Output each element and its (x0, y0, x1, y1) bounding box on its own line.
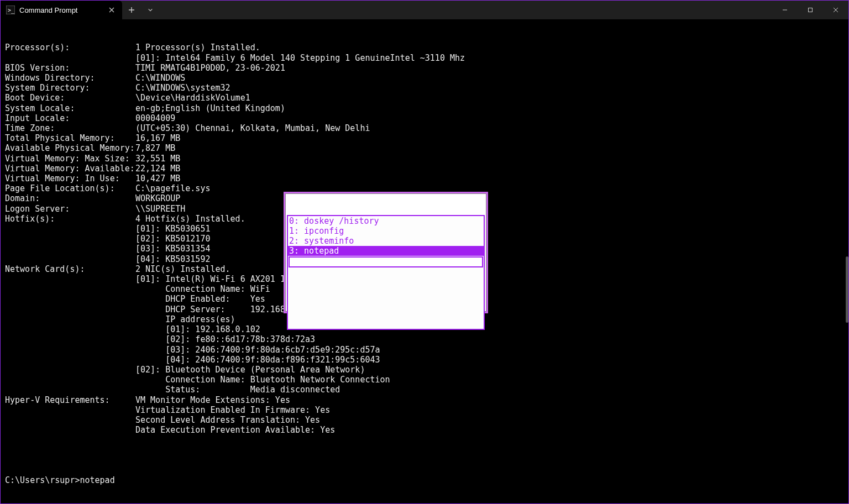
history-item[interactable]: 3: notepad (288, 246, 484, 256)
output-row: Virtual Memory: Available:22,124 MB (5, 164, 844, 174)
output-label: Windows Directory: (5, 73, 135, 83)
output-value: 22,124 MB (135, 164, 180, 174)
history-item[interactable]: 2: systeminfo (288, 236, 484, 246)
output-value: 00004009 (135, 113, 175, 123)
output-value: [01]: KB5030651 (135, 224, 210, 234)
output-value: [02]: Bluetooth Device (Personal Area Ne… (135, 365, 365, 375)
output-value: 4 Hotfix(s) Installed. (135, 214, 245, 224)
output-value: 16,167 MB (135, 133, 180, 143)
output-label: Logon Server: (5, 204, 135, 214)
output-value: [01]: Intel64 Family 6 Model 140 Steppin… (135, 53, 465, 63)
output-label (5, 294, 135, 304)
history-item[interactable]: 1: ipconfig (288, 226, 484, 236)
output-value: \\SUPREETH (135, 204, 185, 214)
vertical-scrollbar[interactable] (846, 19, 848, 503)
tab-label: Command Prompt (19, 6, 102, 14)
output-label (5, 305, 135, 314)
new-tab-button[interactable] (122, 1, 141, 19)
output-row: Time Zone:(UTC+05:30) Chennai, Kolkata, … (5, 123, 844, 133)
output-row: System Directory:C:\WINDOWS\system32 (5, 83, 844, 93)
output-value: Data Execution Prevention Available: Yes (135, 425, 335, 435)
output-label: Virtual Memory: Max Size: (5, 154, 135, 164)
output-value: 2 NIC(s) Installed. (135, 264, 230, 274)
output-label: Hyper-V Requirements: (5, 395, 135, 405)
output-row: Total Physical Memory:16,167 MB (5, 133, 844, 143)
output-value: Connection Name: Bluetooth Network Conne… (135, 375, 390, 385)
output-value: en-gb;English (United Kingdom) (135, 103, 285, 113)
maximize-button[interactable] (798, 1, 823, 19)
svg-rect-2 (809, 8, 813, 12)
terminal-window: >_ Command Prompt Processor(s):1 Process… (1, 1, 848, 503)
output-row: Windows Directory:C:\WINDOWS (5, 73, 844, 83)
output-value: WORKGROUP (135, 193, 180, 203)
output-row: Available Physical Memory:7,827 MB (5, 143, 844, 153)
output-label (5, 405, 135, 415)
output-row: Virtual Memory: In Use:10,427 MB (5, 174, 844, 183)
output-value: [01]: Intel(R) Wi-Fi 6 AX201 1 (135, 274, 285, 284)
output-value: C:\pagefile.sys (135, 183, 210, 193)
output-value: C:\WINDOWS\system32 (135, 83, 230, 93)
output-row: [01]: Intel64 Family 6 Model 140 Steppin… (5, 53, 844, 63)
output-value: Status: Media disconnected (135, 385, 340, 395)
output-row: Virtual Memory: Max Size:32,551 MB (5, 154, 844, 164)
history-filter-input[interactable] (289, 256, 483, 267)
previous-prompt-line: C:\Users\rsupr>notepad (5, 475, 844, 485)
output-row: [02]: Bluetooth Device (Personal Area Ne… (5, 365, 844, 375)
tab-command-prompt[interactable]: >_ Command Prompt (1, 1, 122, 19)
output-label (5, 334, 135, 344)
output-label: Hotfix(s): (5, 214, 135, 224)
tab-dropdown-button[interactable] (141, 1, 160, 19)
scrollbar-thumb[interactable] (846, 256, 848, 323)
output-label (5, 224, 135, 234)
output-value: 1 Processor(s) Installed. (135, 43, 260, 53)
output-label (5, 385, 135, 395)
output-label: Domain: (5, 193, 135, 203)
output-label: Input Locale: (5, 113, 135, 123)
history-item[interactable]: 0: doskey /history (288, 216, 484, 226)
output-value: [01]: 192.168.0.102 (135, 324, 260, 334)
output-label (5, 254, 135, 264)
output-row: Hyper-V Requirements:VM Monitor Mode Ext… (5, 395, 844, 405)
tab-close-button[interactable] (107, 5, 117, 15)
output-row: Status: Media disconnected (5, 385, 844, 395)
svg-text:>_: >_ (8, 7, 15, 14)
command-history-popup[interactable]: 0: doskey /history1: ipconfig2: systemin… (284, 192, 488, 313)
output-label: Processor(s): (5, 43, 135, 53)
output-label: Boot Device: (5, 93, 135, 103)
output-value: C:\WINDOWS (135, 73, 185, 83)
output-row: Data Execution Prevention Available: Yes (5, 425, 844, 435)
output-value: [04]: KB5031592 (135, 254, 210, 264)
output-value: Second Level Address Translation: Yes (135, 415, 320, 425)
output-label (5, 365, 135, 375)
output-row: Connection Name: Bluetooth Network Conne… (5, 375, 844, 385)
output-label (5, 345, 135, 355)
output-value: Virtualization Enabled In Firmware: Yes (135, 405, 330, 415)
output-value: Connection Name: WiFi (135, 284, 270, 294)
output-label (5, 234, 135, 244)
output-label: System Locale: (5, 103, 135, 113)
output-value: [03]: KB5031354 (135, 244, 210, 254)
output-row: Virtualization Enabled In Firmware: Yes (5, 405, 844, 415)
output-value: DHCP Server: 192.168 (135, 305, 285, 314)
output-label: Time Zone: (5, 123, 135, 133)
titlebar: >_ Command Prompt (1, 1, 848, 19)
minimize-button[interactable] (772, 1, 798, 19)
output-label: BIOS Version: (5, 63, 135, 73)
output-label: Total Physical Memory: (5, 133, 135, 143)
close-window-button[interactable] (823, 1, 848, 19)
output-value: VM Monitor Mode Extensions: Yes (135, 395, 290, 405)
cmd-icon: >_ (6, 6, 15, 14)
history-list[interactable]: 0: doskey /history1: ipconfig2: systemin… (288, 216, 484, 256)
output-value: DHCP Enabled: Yes (135, 294, 265, 304)
terminal-viewport[interactable]: Processor(s):1 Processor(s) Installed.[0… (1, 19, 848, 503)
output-value: [04]: 2406:7400:9f:80da:f896:f321:99c5:6… (135, 355, 380, 365)
output-value: (UTC+05:30) Chennai, Kolkata, Mumbai, Ne… (135, 123, 370, 133)
output-value: 7,827 MB (135, 143, 175, 153)
output-value: \Device\HarddiskVolume1 (135, 93, 250, 103)
output-label: Page File Location(s): (5, 183, 135, 193)
output-value: IP address(es) (135, 314, 235, 324)
titlebar-drag-region[interactable] (160, 1, 772, 19)
output-label (5, 314, 135, 324)
output-label (5, 355, 135, 365)
output-row: System Locale:en-gb;English (United King… (5, 103, 844, 113)
